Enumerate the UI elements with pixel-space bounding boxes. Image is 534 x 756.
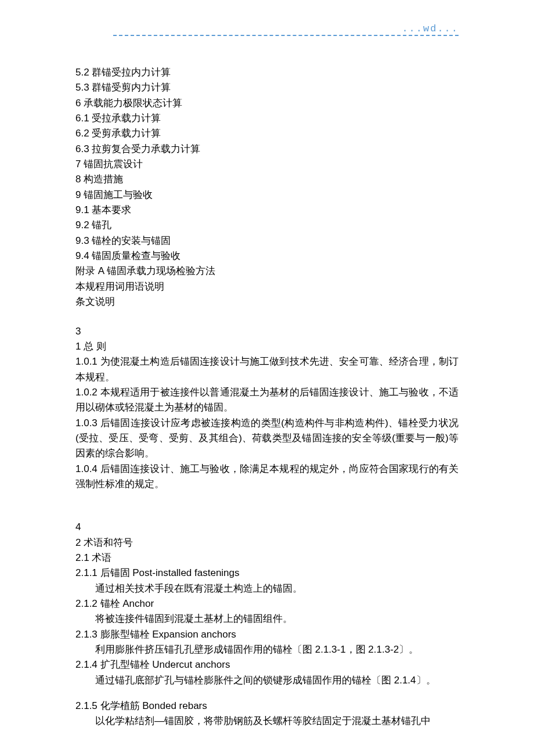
toc-item: 9.3 锚栓的安装与锚固	[75, 233, 459, 249]
paragraph: 1.0.2 本规程适用于被连接件以普通混凝土为基材的后锚固连接设计、施工与验收，…	[75, 385, 459, 416]
term-title: 2.1.5 化学植筋 Bonded rebars	[75, 699, 459, 714]
page-number: 4	[75, 520, 459, 535]
paragraph: 1.0.3 后锚固连接设计应考虑被连接构造的类型(构造构件与非构造构件)、锚栓受…	[75, 416, 459, 462]
document-content: 5.2 群锚受拉内力计算 5.3 群锚受剪内力计算 6 承载能力极限状态计算 6…	[75, 65, 459, 729]
toc-item: 9.4 锚固质量检查与验收	[75, 249, 459, 264]
header-divider: ...wd...	[113, 23, 459, 36]
term-definition: 以化学粘结剂—锚固胶，将带肋钢筋及长螺杆等胶结固定于混凝土基材锚孔中	[75, 714, 459, 729]
term-definition: 将被连接件锚固到混凝土基材上的锚固组件。	[75, 611, 459, 627]
term-title: 2.1.1 后锚固 Post-installed fastenings	[75, 566, 459, 581]
term-title: 2.1.3 膨胀型锚栓 Expansion anchors	[75, 627, 459, 642]
toc-item: 6.3 拉剪复合受力承载力计算	[75, 142, 459, 157]
toc-item: 5.3 群锚受剪内力计算	[75, 80, 459, 95]
term-definition: 通过相关技术手段在既有混凝土构造上的锚固。	[75, 581, 459, 596]
section-heading: 1 总 则	[75, 339, 459, 354]
term-definition: 利用膨胀件挤压锚孔孔壁形成锚固作用的锚栓〔图 2.1.3-1，图 2.1.3-2…	[75, 642, 459, 657]
section-general-rules: 3 1 总 则 1.0.1 为使混凝土构造后锚固连接设计与施工做到技术先进、安全…	[75, 324, 459, 492]
toc-item: 9 锚固施工与验收	[75, 188, 459, 203]
toc-item: 附录 A 锚固承载力现场检验方法	[75, 264, 459, 279]
term-title: 2.1.2 锚栓 Anchor	[75, 596, 459, 611]
section-terms-symbols: 4 2 术语和符号 2.1 术语 2.1.1 后锚固 Post-installe…	[75, 520, 459, 729]
spacer	[75, 688, 459, 699]
toc-item: 6.1 受拉承载力计算	[75, 111, 459, 126]
toc-item: 9.2 锚孔	[75, 218, 459, 233]
section-heading: 2 术语和符号	[75, 535, 459, 550]
term-title: 2.1.4 扩孔型锚栓 Undercut anchors	[75, 657, 459, 672]
page-number: 3	[75, 324, 459, 339]
toc-item: 8 构造措施	[75, 172, 459, 187]
toc-item: 7 锚固抗震设计	[75, 157, 459, 172]
paragraph: 1.0.4 后锚固连接设计、施工与验收，除满足本规程的规定外，尚应符合国家现行的…	[75, 462, 459, 492]
table-of-contents: 5.2 群锚受拉内力计算 5.3 群锚受剪内力计算 6 承载能力极限状态计算 6…	[75, 65, 459, 310]
paragraph: 1.0.1 为使混凝土构造后锚固连接设计与施工做到技术先进、安全可靠、经济合理，…	[75, 354, 459, 385]
toc-item: 6.2 受剪承载力计算	[75, 126, 459, 141]
toc-item: 条文说明	[75, 294, 459, 309]
spacer	[75, 492, 459, 520]
toc-item: 5.2 群锚受拉内力计算	[75, 65, 459, 80]
toc-item: 本规程用词用语说明	[75, 279, 459, 294]
term-definition: 通过锚孔底部扩孔与锚栓膨胀件之间的锁键形成锚固作用的锚栓〔图 2.1.4〕。	[75, 673, 459, 688]
document-page: ...wd... 5.2 群锚受拉内力计算 5.3 群锚受剪内力计算 6 承载能…	[0, 0, 534, 753]
toc-item: 9.1 基本要求	[75, 203, 459, 218]
spacer	[75, 310, 459, 324]
header-wd-text: ...wd...	[402, 23, 459, 34]
toc-item: 6 承载能力极限状态计算	[75, 96, 459, 111]
subsection-heading: 2.1 术语	[75, 550, 459, 566]
